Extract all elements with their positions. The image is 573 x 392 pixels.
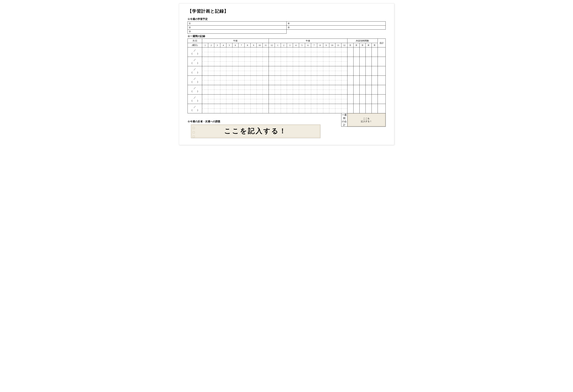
hour-cell[interactable] [263,109,269,113]
total-cell[interactable] [377,66,385,76]
category-cell[interactable] [353,94,359,104]
hour-cell[interactable] [208,90,214,94]
hour-cell[interactable] [299,47,305,52]
hour-cell[interactable] [233,71,238,76]
hour-cell[interactable] [275,90,281,94]
hour-cell[interactable] [226,71,233,76]
hour-cell[interactable] [305,47,311,52]
hour-cell[interactable] [208,71,214,76]
hour-cell[interactable] [275,57,281,62]
hour-cell[interactable] [214,47,220,52]
hour-cell[interactable] [251,71,257,76]
hour-cell[interactable] [245,66,251,71]
hour-cell[interactable] [305,90,311,94]
hour-cell[interactable] [238,80,245,85]
hour-cell[interactable] [238,66,245,71]
hour-cell[interactable] [245,52,251,57]
hour-cell[interactable] [220,99,226,104]
hour-cell[interactable] [269,66,275,71]
total-cell[interactable] [377,57,385,66]
hour-cell[interactable] [317,104,323,109]
hour-cell[interactable] [287,104,293,109]
hour-cell[interactable] [341,57,347,62]
day-date-cell[interactable]: ／( ) [188,94,202,104]
hour-cell[interactable] [275,99,281,104]
hour-cell[interactable] [233,80,238,85]
hour-cell[interactable] [335,76,341,80]
day-date-cell[interactable]: ／( ) [188,104,202,113]
hour-cell[interactable] [281,71,287,76]
checkbox-icon[interactable] [193,131,195,133]
category-cell[interactable] [353,104,359,113]
hour-cell[interactable] [281,52,287,57]
category-cell[interactable] [359,94,365,104]
hour-cell[interactable] [323,47,329,52]
hour-cell[interactable] [329,76,335,80]
hour-cell[interactable] [341,47,347,52]
hour-cell[interactable] [323,52,329,57]
hour-cell[interactable] [329,62,335,66]
hour-cell[interactable] [323,76,329,80]
hour-cell[interactable] [341,94,347,99]
hour-cell[interactable] [287,66,293,71]
hour-cell[interactable] [263,71,269,76]
hour-cell[interactable] [256,85,263,90]
hour-cell[interactable] [275,71,281,76]
hour-cell[interactable] [256,109,263,113]
hour-cell[interactable] [256,94,263,99]
hour-cell[interactable] [335,104,341,109]
hour-cell[interactable] [263,99,269,104]
hour-cell[interactable] [335,94,341,99]
hour-cell[interactable] [305,99,311,104]
hour-cell[interactable] [214,71,220,76]
hour-cell[interactable] [202,104,208,109]
hour-cell[interactable] [275,62,281,66]
hour-cell[interactable] [275,85,281,90]
hour-cell[interactable] [269,62,275,66]
hour-cell[interactable] [238,90,245,94]
category-cell[interactable] [359,104,365,113]
hour-cell[interactable] [269,99,275,104]
hour-cell[interactable] [251,52,257,57]
hour-cell[interactable] [208,109,214,113]
hour-cell[interactable] [233,94,238,99]
hour-cell[interactable] [323,109,329,113]
category-cell[interactable] [347,94,353,104]
hour-cell[interactable] [341,104,347,109]
hour-cell[interactable] [281,109,287,113]
hour-cell[interactable] [226,85,233,90]
day-date-cell[interactable]: ／( ) [188,47,202,57]
hour-cell[interactable] [287,57,293,62]
hour-cell[interactable] [305,57,311,62]
hour-cell[interactable] [287,47,293,52]
checkbox-icon[interactable] [193,136,195,138]
hour-cell[interactable] [305,80,311,85]
callout-big[interactable]: ここを記入する！ [191,125,320,138]
day-date-cell[interactable]: ／( ) [188,85,202,94]
hour-cell[interactable] [220,90,226,94]
hour-cell[interactable] [238,76,245,80]
hour-cell[interactable] [287,71,293,76]
hour-cell[interactable] [335,62,341,66]
hour-cell[interactable] [305,62,311,66]
hour-cell[interactable] [269,57,275,62]
hour-cell[interactable] [275,94,281,99]
category-cell[interactable] [365,94,372,104]
hour-cell[interactable] [238,52,245,57]
hour-cell[interactable] [341,76,347,80]
hour-cell[interactable] [233,66,238,71]
hour-cell[interactable] [341,66,347,71]
hour-cell[interactable] [263,76,269,80]
hour-cell[interactable] [256,80,263,85]
category-cell[interactable] [353,57,359,66]
hour-cell[interactable] [341,71,347,76]
hour-cell[interactable] [281,104,287,109]
hour-cell[interactable] [214,85,220,90]
hour-cell[interactable] [299,80,305,85]
category-cell[interactable] [347,47,353,57]
hour-cell[interactable] [281,76,287,80]
hour-cell[interactable] [299,71,305,76]
hour-cell[interactable] [256,66,263,71]
category-cell[interactable] [353,47,359,57]
hour-cell[interactable] [220,66,226,71]
